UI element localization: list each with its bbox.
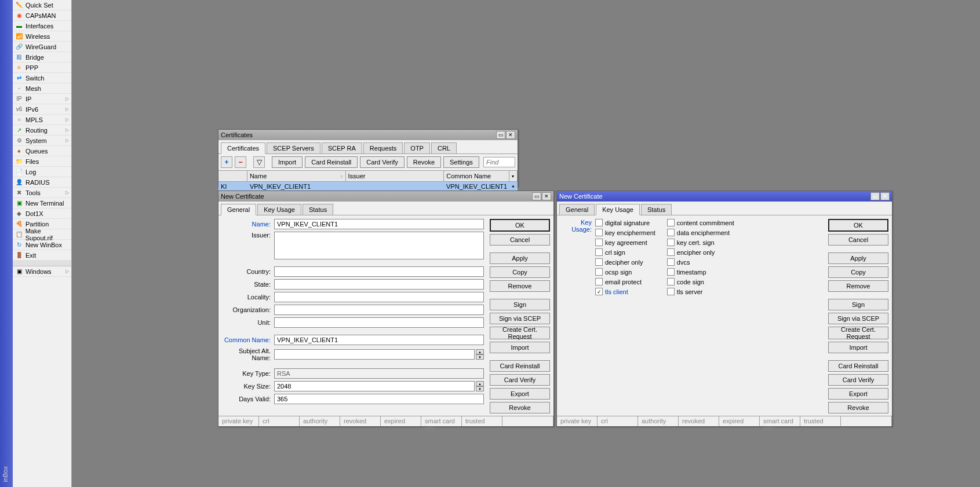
keyusage-data-encipherment[interactable]: data encipherment [667,229,734,236]
sidebar-item-system[interactable]: ⚙System▷ [13,136,71,146]
export-button[interactable]: Export [828,388,888,400]
copy-button[interactable]: Copy [490,266,550,278]
keyusage-encipher-only[interactable]: encipher only [667,248,734,256]
column-header[interactable]: Issuer [346,171,445,181]
keyusage-dvcs[interactable]: dvcs [667,258,734,266]
sidebar-item-ppp[interactable]: ≡PPP [13,63,71,73]
revoke-button[interactable]: Revoke [407,156,441,168]
sidebar-item-interfaces[interactable]: ▬Interfaces [13,21,71,31]
copy-button[interactable]: Copy [828,266,888,278]
import-button[interactable]: Import [490,342,550,353]
new-cert-titlebar[interactable]: New Certificate ▭ ✕ [218,191,553,202]
san-input[interactable] [274,349,475,360]
create-cert-request-button[interactable]: Create Cert. Request [490,327,550,339]
keyusage-timestamp[interactable]: timestamp [667,268,734,276]
sidebar-item-queues[interactable]: ♠Queues [13,146,71,156]
close-button[interactable]: ✕ [506,131,515,139]
remove-button[interactable]: Remove [490,280,550,292]
sidebar-item-routing[interactable]: ↗Routing▷ [13,125,71,136]
tab-status[interactable]: Status [641,204,672,215]
settings-button[interactable]: Settings [443,156,479,168]
san-up-button[interactable]: ▲ [476,349,484,354]
keyusage-ocsp-sign[interactable]: ocsp sign [595,268,655,276]
state-input[interactable] [274,279,484,290]
new-cert-titlebar[interactable]: New Certificate ▭ ✕ [557,191,892,202]
sidebar-item-switch[interactable]: ⇄Switch [13,73,71,83]
daysvalid-input[interactable] [274,394,484,404]
keyusage-tls-server[interactable]: tls server [667,288,734,295]
tab-scep-ra[interactable]: SCEP RA [322,142,362,153]
import-button[interactable]: Import [828,342,888,353]
keyusage-decipher-only[interactable]: decipher only [595,258,655,266]
card-verify-button[interactable]: Card Verify [828,374,888,386]
organization-input[interactable] [274,305,484,315]
keysize-down-button[interactable]: ▼ [476,386,484,391]
keyusage-code-sign[interactable]: code sign [667,278,734,285]
san-down-button[interactable]: ▼ [476,354,484,360]
cancel-button[interactable]: Cancel [828,234,888,246]
keysize-input[interactable] [274,381,475,391]
column-header[interactable] [218,171,247,181]
sidebar-item-make-supout-rif[interactable]: 📋Make Supout.rif [13,229,71,240]
tab-key-usage[interactable]: Key Usage [257,204,301,215]
create-cert-request-button[interactable]: Create Cert. Request [828,327,888,339]
tab-key-usage[interactable]: Key Usage [596,204,640,215]
row-menu-button[interactable]: ✦ [509,182,518,191]
revoke-button[interactable]: Revoke [828,402,888,413]
revoke-button[interactable]: Revoke [490,402,550,413]
sidebar-item-exit[interactable]: 🚪Exit [13,250,71,261]
keyusage-key-agreement[interactable]: key agreement [595,239,655,246]
apply-button[interactable]: Apply [490,252,550,264]
tab-crl[interactable]: CRL [431,142,457,153]
card-verify-button[interactable]: Card Verify [360,156,404,168]
column-header[interactable]: Common Name [444,171,509,181]
sidebar-item-quick-set[interactable]: ✏️Quick Set [13,0,71,10]
filter-button[interactable]: ▽ [253,156,265,168]
card-reinstall-button[interactable]: Card Reinstall [828,360,888,372]
sidebar-item-bridge[interactable]: ⛓Bridge [13,52,71,63]
sidebar-item-tools[interactable]: ✖Tools▷ [13,188,71,198]
minimize-button[interactable]: ▭ [496,131,505,139]
tab-otp[interactable]: OTP [404,142,430,153]
sidebar-item-files[interactable]: 📁Files [13,156,71,167]
keyusage-tls-client[interactable]: ✓tls client [595,288,655,295]
common-name-input[interactable] [274,335,484,345]
sign-via-scep-button[interactable]: Sign via SCEP [490,313,550,324]
close-button[interactable]: ✕ [880,192,890,200]
export-button[interactable]: Export [490,388,550,400]
sidebar-item-mpls[interactable]: ○MPLS▷ [13,115,71,125]
keyusage-key-encipherment[interactable]: key encipherment [595,229,655,236]
card-reinstall-button[interactable]: Card Reinstall [305,156,358,168]
unit-input[interactable] [274,317,484,328]
sidebar-item-log[interactable]: 📄Log [13,167,71,177]
close-button[interactable]: ✕ [542,192,551,200]
name-input[interactable] [274,219,484,229]
card-reinstall-button[interactable]: Card Reinstall [490,360,550,372]
keyusage-email-protect[interactable]: email protect [595,278,655,285]
column-menu-button[interactable]: ▾ [509,171,518,181]
sign-button[interactable]: Sign [828,299,888,310]
sidebar-item-radius[interactable]: 👤RADIUS [13,177,71,188]
sidebar-item-new-winbox[interactable]: ↻New WinBox [13,240,71,250]
find-input[interactable] [483,157,515,167]
keyusage-content-commitment[interactable]: content commitment [667,219,734,226]
card-verify-button[interactable]: Card Verify [490,374,550,386]
keyusage-key-cert-sign[interactable]: key cert. sign [667,239,734,246]
sidebar-item-mesh[interactable]: ◦Mesh [13,83,71,94]
tab-status[interactable]: Status [303,204,333,215]
ok-button[interactable]: OK [828,219,888,232]
keysize-up-button[interactable]: ▲ [476,381,484,386]
column-header[interactable]: Name▽ [247,171,346,181]
keyusage-crl-sign[interactable]: crl sign [595,248,655,256]
certificates-titlebar[interactable]: Certificates ▭ ✕ [218,130,518,140]
tab-scep-servers[interactable]: SCEP Servers [267,142,320,153]
sidebar-item-windows[interactable]: ▣ Windows ▷ [13,266,71,277]
sidebar-item-ipv6[interactable]: v6IPv6▷ [13,104,71,115]
sidebar-item-wireguard[interactable]: 🔗WireGuard [13,42,71,52]
add-button[interactable]: + [221,156,232,168]
minimize-button[interactable]: ▭ [870,192,880,200]
remove-button[interactable]: Remove [828,280,888,292]
cancel-button[interactable]: Cancel [490,234,550,246]
sign-button[interactable]: Sign [490,299,550,310]
import-button[interactable]: Import [272,156,303,168]
